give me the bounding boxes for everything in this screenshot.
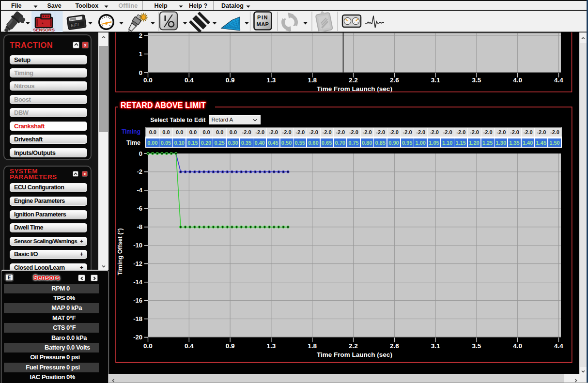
svg-text:2: 2 <box>139 32 142 39</box>
svg-text:1.3: 1.3 <box>267 342 276 350</box>
svg-text:0.4: 0.4 <box>185 342 194 350</box>
svg-text:0: 0 <box>139 69 142 77</box>
svg-text:-6: -6 <box>137 205 142 212</box>
svg-text:2.2: 2.2 <box>349 77 358 84</box>
svg-text:4.0: 4.0 <box>513 342 522 350</box>
svg-text:0: 0 <box>139 150 142 157</box>
svg-text:-18: -18 <box>133 315 142 322</box>
svg-text:-10: -10 <box>133 242 142 249</box>
svg-text:3.1: 3.1 <box>431 77 440 84</box>
svg-text:3.1: 3.1 <box>431 342 440 350</box>
svg-text:-14: -14 <box>133 278 143 286</box>
svg-text:0.4: 0.4 <box>185 77 194 84</box>
svg-text:Select Table to Edit: Select Table to Edit <box>150 117 206 123</box>
svg-text:4.0: 4.0 <box>513 77 522 84</box>
svg-text:1.8: 1.8 <box>308 77 317 84</box>
svg-text:SENSORS: SENSORS <box>33 27 54 32</box>
svg-text:3.5: 3.5 <box>472 342 481 350</box>
svg-text:-8: -8 <box>137 223 142 230</box>
svg-text:-20: -20 <box>133 334 142 341</box>
svg-text:2.6: 2.6 <box>390 77 399 84</box>
svg-text:MAP: MAP <box>257 21 269 27</box>
svg-text:0.9: 0.9 <box>226 342 235 350</box>
svg-text:1.8: 1.8 <box>308 342 317 350</box>
svg-text:-16: -16 <box>133 297 142 304</box>
svg-text:3.5: 3.5 <box>472 77 481 84</box>
svg-text:-12: -12 <box>133 260 142 267</box>
svg-text:1.3: 1.3 <box>267 77 276 84</box>
svg-text:-2: -2 <box>137 168 142 175</box>
svg-text:PIN: PIN <box>257 15 268 20</box>
svg-text:4.4: 4.4 <box>554 342 563 350</box>
svg-text:0.9: 0.9 <box>226 77 235 84</box>
svg-text:0.0: 0.0 <box>143 77 153 84</box>
svg-text:2.6: 2.6 <box>390 342 399 350</box>
svg-text:Time From Launch (sec): Time From Launch (sec) <box>317 351 392 358</box>
svg-text:4.4: 4.4 <box>554 77 563 84</box>
svg-text:1: 1 <box>139 50 142 58</box>
svg-text:2.2: 2.2 <box>349 342 358 350</box>
svg-text:Timing Offset (°): Timing Offset (°) <box>117 228 124 275</box>
svg-text:0.0: 0.0 <box>143 342 153 350</box>
svg-text:Time From Launch (sec): Time From Launch (sec) <box>317 85 392 92</box>
svg-text:-4: -4 <box>137 186 142 194</box>
